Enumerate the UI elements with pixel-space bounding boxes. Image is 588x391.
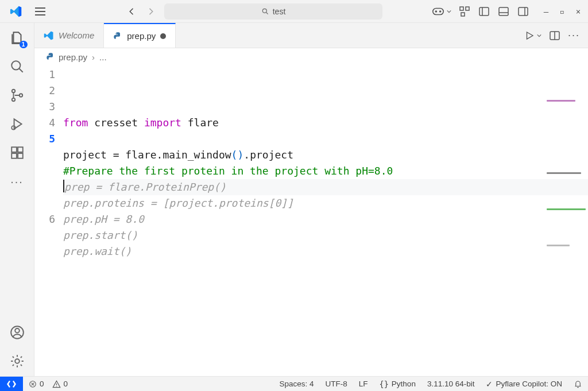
tab-welcome[interactable]: Welcome — [34, 23, 104, 48]
svg-point-21 — [15, 359, 20, 363]
vscode-logo-icon — [9, 5, 23, 18]
breadcrumb[interactable]: prep.py › ... — [34, 48, 588, 65]
run-file-icon[interactable] — [524, 30, 535, 41]
code-line[interactable]: #Prepare the first protein in the projec… — [63, 163, 588, 179]
toggle-sidebar-icon[interactable] — [478, 5, 490, 18]
extensions-icon[interactable] — [9, 145, 25, 161]
editor-group: Welcome prep.py ··· — [34, 23, 588, 376]
svg-rect-1 — [433, 8, 443, 14]
status-interpreter[interactable]: 3.11.10 64-bit — [421, 380, 481, 388]
svg-rect-7 — [479, 7, 489, 16]
toggle-panel-icon[interactable] — [497, 5, 510, 18]
tab-bar: Welcome prep.py ··· — [34, 23, 588, 48]
svg-rect-15 — [11, 147, 17, 152]
command-center-search[interactable]: test — [164, 3, 382, 20]
main-area: 1 ··· — [0, 23, 588, 376]
status-bar: 0 0 Spaces: 4 UTF-8 LF {} Python 3.11.10… — [0, 376, 588, 391]
status-encoding[interactable]: UTF-8 — [320, 380, 353, 388]
code-line[interactable]: prep.proteins = [project.proteins[0]] — [63, 195, 588, 211]
svg-point-12 — [11, 98, 14, 101]
titlebar-right: – ▫ × — [432, 5, 583, 18]
tab-label: prep.py — [127, 31, 156, 41]
notifications-icon[interactable] — [568, 380, 588, 389]
titlebar: test – ▫ × — [0, 0, 588, 23]
accounts-icon[interactable] — [9, 324, 25, 340]
line-number-gutter: 123456 — [34, 65, 63, 376]
layout-customize-icon[interactable] — [458, 5, 471, 18]
svg-point-11 — [11, 90, 14, 92]
settings-gear-icon[interactable] — [9, 353, 25, 369]
maximize-button[interactable]: ▫ — [557, 7, 567, 16]
status-eol[interactable]: LF — [353, 380, 374, 388]
search-activity-icon[interactable] — [9, 59, 25, 75]
status-language[interactable]: {} Python — [374, 380, 421, 389]
nav-forward-button[interactable] — [142, 3, 158, 20]
svg-point-20 — [15, 328, 20, 333]
copilot-icon[interactable] — [432, 5, 444, 18]
minimize-button[interactable]: – — [541, 7, 551, 16]
chevron-down-icon[interactable] — [447, 9, 451, 14]
more-actions-icon[interactable]: ··· — [568, 29, 580, 41]
search-text: test — [273, 7, 286, 16]
minimap[interactable] — [547, 67, 587, 84]
activity-bar: 1 ··· — [0, 23, 34, 376]
problems-warnings[interactable]: 0 — [47, 380, 74, 388]
search-icon — [261, 7, 269, 16]
toggle-secondary-sidebar-icon[interactable] — [517, 5, 529, 18]
code-line[interactable]: prep = flare.ProteinPrep() — [63, 179, 588, 195]
hamburger-menu-icon[interactable] — [34, 7, 46, 16]
svg-point-3 — [439, 10, 442, 13]
tab-prep-py[interactable]: prep.py — [104, 23, 176, 48]
svg-rect-6 — [461, 13, 465, 16]
breadcrumb-file: prep.py — [59, 52, 87, 62]
chevron-right-icon: › — [92, 52, 95, 62]
svg-point-25 — [56, 386, 56, 386]
svg-rect-9 — [519, 7, 528, 16]
remote-indicator[interactable] — [0, 377, 23, 391]
code-line[interactable]: from cresset import flare — [63, 115, 588, 131]
svg-point-22 — [117, 33, 117, 33]
code-content[interactable]: from cresset import flare project = flar… — [63, 65, 588, 376]
svg-rect-5 — [466, 7, 469, 10]
app-root: test – ▫ × — [0, 0, 588, 391]
python-icon — [46, 52, 55, 61]
svg-point-13 — [19, 94, 22, 96]
svg-point-10 — [11, 61, 20, 69]
code-line[interactable] — [63, 131, 588, 147]
code-line[interactable]: prep.start() — [63, 227, 588, 243]
svg-point-14 — [11, 126, 16, 130]
close-button[interactable]: × — [573, 7, 583, 16]
python-icon — [113, 32, 122, 41]
vscode-icon — [44, 30, 54, 41]
status-copilot[interactable]: ✓ Pyflare Copilot: ON — [480, 380, 568, 389]
dirty-indicator-icon — [160, 33, 166, 39]
chevron-down-icon[interactable] — [537, 33, 541, 38]
error-icon — [29, 380, 37, 388]
code-line[interactable]: prep.wait() — [63, 243, 588, 260]
explorer-icon[interactable]: 1 — [9, 30, 25, 46]
svg-rect-17 — [18, 153, 23, 158]
source-control-icon[interactable] — [9, 87, 25, 103]
svg-rect-16 — [11, 153, 17, 158]
tab-actions: ··· — [524, 23, 588, 48]
more-icon[interactable]: ··· — [9, 173, 25, 189]
warning-icon — [52, 380, 61, 388]
status-indent[interactable]: Spaces: 4 — [274, 380, 320, 388]
tab-label: Welcome — [59, 30, 94, 40]
svg-point-2 — [435, 10, 438, 13]
nav-back-button[interactable] — [124, 3, 140, 20]
breadcrumb-more: ... — [99, 52, 107, 62]
code-editor[interactable]: 123456 from cresset import flare project… — [34, 65, 588, 376]
code-line[interactable]: prep.pH = 8.0 — [63, 211, 588, 227]
check-icon: ✓ — [486, 380, 493, 389]
svg-rect-4 — [460, 7, 463, 10]
explorer-badge: 1 — [20, 41, 28, 48]
split-editor-icon[interactable] — [550, 31, 560, 40]
nav-buttons — [124, 3, 158, 20]
run-debug-icon[interactable] — [9, 116, 25, 132]
code-line[interactable]: project = flare.main_window().project — [63, 147, 588, 163]
svg-point-0 — [262, 9, 266, 13]
svg-rect-8 — [499, 7, 508, 16]
svg-rect-18 — [18, 147, 23, 152]
code-line[interactable] — [63, 260, 588, 276]
